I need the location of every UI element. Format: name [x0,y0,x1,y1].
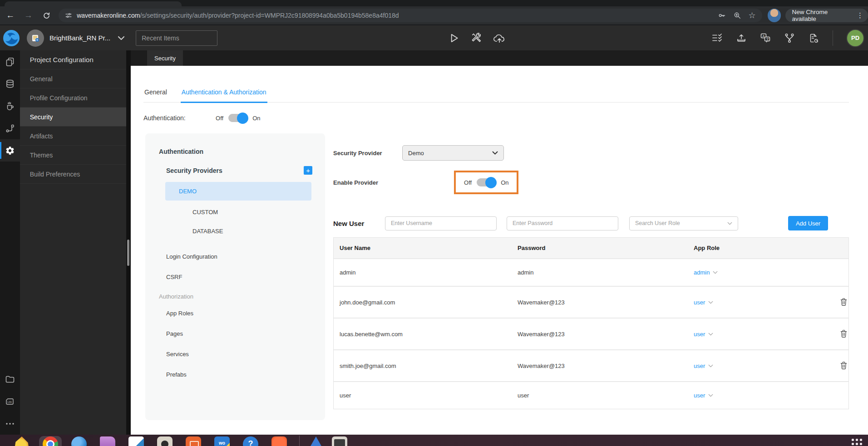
reload-icon[interactable] [39,9,54,22]
enable-provider-toggle[interactable] [477,178,496,186]
browser-profile-avatar[interactable] [768,9,781,22]
app-role-dropdown[interactable]: user [688,289,831,316]
username-input[interactable] [385,216,497,230]
url-bar[interactable]: wavemakeronline.com/s/settings/security/… [59,9,762,22]
database-icon[interactable] [0,73,20,95]
checklist-icon[interactable] [711,33,723,44]
taskbar-libreoffice-writer-icon[interactable] [128,436,144,446]
delete-user-icon[interactable] [839,360,848,371]
app-role-dropdown[interactable]: admin [688,259,831,286]
sidebar-item-themes[interactable]: Themes [20,146,126,165]
enable-provider-label: Enable Provider [333,179,454,186]
translate-icon[interactable]: A 文 [760,33,771,44]
deploy-cloud-upload-icon[interactable] [493,32,506,44]
sidebar-item-profile-configuration[interactable]: Profile Configuration [20,88,126,108]
project-avatar[interactable] [27,29,44,47]
app-role-value: user [694,299,705,306]
settings-gear-icon[interactable] [0,139,20,162]
authentication-toggle[interactable] [228,114,247,122]
nav-item-login-configuration[interactable]: Login Configuration [166,253,325,260]
nav-item-prefabs[interactable]: Prefabs [166,371,325,378]
app-role-value: user [694,331,705,338]
taskbar-prism-icon[interactable] [308,436,324,446]
add-user-button[interactable]: Add User [788,216,828,230]
chrome-update-button[interactable]: New Chrome available ⋮ [785,9,868,22]
column-app-role: App Role [688,238,831,258]
browser-menu-kebab-icon[interactable]: ⋮ [857,11,863,20]
site-settings-icon[interactable] [65,12,72,19]
logs-icon[interactable]: LOG [0,390,20,412]
user-name-cell: smith.joe@gmail.com [334,353,512,379]
sidebar-item-build-preferences[interactable]: Build Preferences [20,165,126,184]
password-key-icon[interactable] [718,11,726,20]
file-sync-icon[interactable] [808,33,819,44]
bookmark-star-icon[interactable]: ☆ [749,10,756,20]
sidebar-item-general[interactable]: General [20,69,126,88]
provider-item-custom[interactable]: CUSTOM [179,204,311,220]
taskbar-files-icon[interactable] [100,436,115,446]
column-password: Password [512,238,688,258]
security-provider-value: Demo [408,150,424,157]
taskbar-word-icon[interactable]: wo [214,436,230,446]
url-domain: wavemakeronline.com [77,12,140,19]
project-switcher-chevron-icon[interactable] [118,36,125,40]
taskbar-terminal-icon[interactable] [332,436,347,446]
taskbar-software-store-icon[interactable] [186,436,201,446]
forward-icon[interactable]: → [21,9,36,22]
delete-user-icon[interactable] [839,297,848,307]
build-tools-icon[interactable] [470,32,482,44]
wavemaker-logo-icon[interactable] [2,29,20,47]
url-text: wavemakeronline.com/s/settings/security/… [77,12,399,19]
taskbar-thunderbird-icon[interactable] [71,436,87,446]
file-explorer-folder-icon[interactable] [0,368,20,390]
delete-user-icon[interactable] [839,328,848,339]
app-grid-icon[interactable] [851,438,863,446]
provider-item-database[interactable]: DATABASE [179,223,311,239]
svg-text:LOG: LOG [7,400,12,403]
sidebar-scrollbar-thumb[interactable] [127,240,129,266]
app-role-dropdown[interactable]: user [688,321,831,348]
taskbar-help-icon[interactable]: ? [243,436,258,446]
nav-item-services[interactable]: Services [166,351,325,358]
taskbar-remmina-icon[interactable] [271,436,287,446]
user-avatar[interactable]: PD [846,29,864,47]
sidebar-item-artifacts[interactable]: Artifacts [20,127,126,146]
java-services-icon[interactable] [0,95,20,117]
run-app-icon[interactable] [448,32,459,44]
user-role-select[interactable]: Search User Role [629,216,738,230]
tab-general[interactable]: General [143,88,168,102]
table-row: john.doe@gmail.com Wavemaker@123 user [334,286,848,318]
project-name[interactable]: BrightBank_RN Pr... [49,34,110,42]
editor-tab-security[interactable]: Security [147,50,183,66]
nav-item-csrf[interactable]: CSRF [166,274,325,280]
export-project-icon[interactable] [735,33,747,44]
provider-detail-panel: Security Provider Demo Enable Provider O… [333,133,849,409]
app-role-dropdown[interactable]: user [688,382,831,409]
version-branch-icon[interactable] [784,33,795,44]
sidebar-item-security[interactable]: Security [20,108,126,127]
more-options-icon[interactable] [0,412,20,435]
nav-item-pages[interactable]: Pages [166,330,325,337]
password-input[interactable] [507,216,618,230]
apis-icon[interactable] [0,117,20,139]
security-provider-select[interactable]: Demo [402,145,504,161]
browser-active-tab[interactable] [5,1,182,6]
pages-icon[interactable] [0,50,20,73]
tab-authentication-authorization[interactable]: Authentication & Authorization [181,88,267,102]
taskbar-gimp-icon[interactable] [14,436,30,446]
add-provider-button[interactable]: + [304,166,312,175]
nav-item-app-roles[interactable]: App Roles [166,310,325,317]
sidebar-icon-rail: LOG [0,50,20,435]
toolbar-divider [833,30,833,46]
app-role-dropdown[interactable]: user [688,353,831,379]
zoom-search-icon[interactable] [733,11,741,20]
user-name-cell: john.doe@gmail.com [334,289,512,316]
back-icon[interactable]: ← [3,9,18,22]
enable-provider-highlight-box: Off On [454,171,518,194]
taskbar-screenshot-icon[interactable] [157,436,173,446]
recent-items-input[interactable] [136,30,217,46]
provider-item-demo[interactable]: DEMO [165,182,311,201]
password-cell: Wavemaker@123 [512,289,688,316]
enable-provider-on-label: On [501,179,508,186]
sidebar-scrollbar[interactable] [126,50,131,435]
